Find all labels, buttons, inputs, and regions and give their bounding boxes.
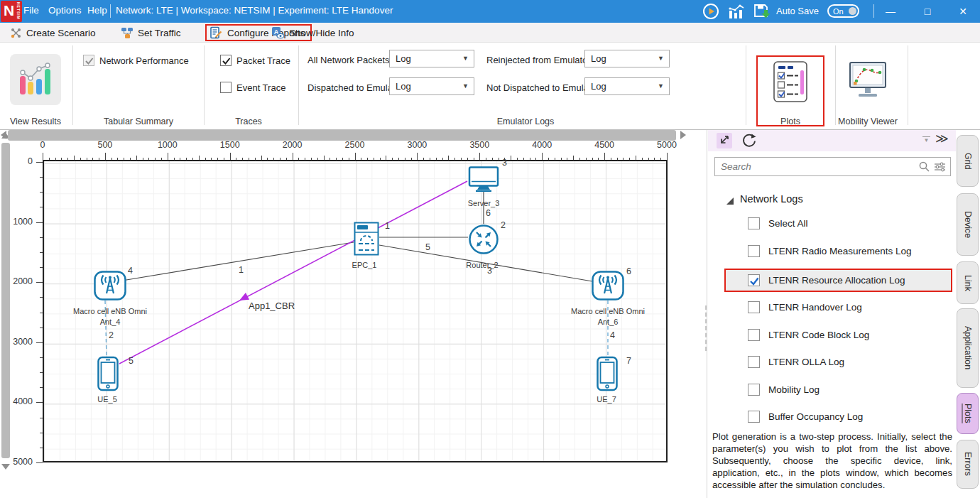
tab-label: Application — [963, 326, 973, 369]
scroll-left-arrow[interactable] — [1, 131, 6, 139]
search-input[interactable] — [721, 160, 905, 173]
checkbox-ltenr-resource-allocation-log[interactable] — [748, 274, 760, 286]
packet-trace-checkbox[interactable] — [220, 55, 232, 66]
chevron-down-icon: ▼ — [658, 82, 664, 90]
node-number: 7 — [626, 356, 631, 366]
topology-canvas[interactable]: 0500100015002000250030003500400045005000… — [0, 130, 707, 498]
device-macro-cell-enb-omni-ant-4[interactable] — [94, 271, 126, 301]
event-trace-checkbox[interactable] — [220, 82, 232, 93]
tab-errors[interactable]: Errors — [957, 440, 979, 489]
menu-file[interactable]: File — [23, 5, 39, 16]
right-tab-strip: GridDeviceLinkApplicationPlotsErrors — [956, 130, 980, 498]
collapse-panel-icon[interactable] — [717, 133, 732, 148]
device-ue-7[interactable] — [596, 356, 619, 391]
checkbox-mobility-log[interactable] — [748, 384, 760, 396]
plots-button[interactable] — [772, 60, 809, 106]
tab-device[interactable]: Device — [957, 193, 979, 256]
tab-label: Device — [963, 211, 973, 238]
tab-link[interactable]: Link — [957, 261, 979, 304]
create-scenario-icon — [10, 27, 22, 39]
checkbox-ltenr-code-block-log[interactable] — [748, 329, 760, 341]
emulator-field-label: Not Dispatched to Emulator — [486, 82, 599, 93]
link-number: 2 — [109, 330, 114, 340]
save-icon[interactable] — [753, 3, 772, 23]
group-label-tabular-summary: Tabular Summary — [85, 117, 192, 126]
view-results-button[interactable] — [10, 54, 61, 105]
device-ue-5[interactable] — [97, 356, 119, 391]
netsim-window: N NETSIM FileOptionsHelp Network: LTE | … — [0, 0, 980, 498]
group-label-emulator-logs: Emulator Logs — [454, 117, 597, 126]
device-router-2[interactable] — [468, 224, 499, 255]
chevron-down-icon: ▼ — [462, 82, 469, 90]
device-label: Macro cell eNB Omni — [571, 307, 645, 315]
label-ltenr-radio-measurements-log: LTENR Radio Measurements Log — [768, 246, 912, 256]
device-server-3[interactable] — [468, 166, 499, 193]
menu-help[interactable]: Help — [87, 5, 107, 16]
search-box — [714, 157, 951, 176]
ribbon-separator — [298, 45, 299, 125]
scroll-right-arrow[interactable] — [680, 131, 686, 139]
device-label: Ant_4 — [100, 318, 121, 326]
checkbox-ltenr-olla-log[interactable] — [748, 356, 760, 368]
checkbox-ltenr-handover-log[interactable] — [748, 301, 760, 313]
filter-icon[interactable] — [934, 161, 946, 175]
ribbon-separator — [746, 45, 746, 125]
device-macro-cell-enb-omni-ant-6[interactable] — [592, 271, 624, 301]
tab-label: Errors — [963, 452, 973, 476]
network-performance-checkbox[interactable] — [83, 55, 94, 66]
event-trace-label: Event Trace — [236, 82, 285, 93]
panel-dropdown-icon[interactable]: ▼ — [922, 136, 930, 145]
ribbon-separator — [72, 45, 73, 125]
device-label: UE_5 — [97, 395, 117, 404]
link-number: 6 — [486, 208, 491, 218]
device-epc-1[interactable] — [354, 222, 379, 256]
not-dispatched-to-emulator-dropdown[interactable]: Log▼ — [584, 77, 670, 95]
ribbon-separator — [835, 45, 836, 125]
canvas-vertical-scrollbar[interactable] — [0, 130, 11, 478]
device-label: Router_2 — [466, 261, 498, 269]
minimize-button[interactable]: — — [880, 3, 901, 20]
link-number: 3 — [487, 266, 492, 276]
flow-arrowhead — [237, 293, 249, 304]
checkbox-select-all[interactable] — [748, 217, 760, 229]
mobility-viewer-button[interactable] — [846, 61, 890, 102]
expand-panel-icon[interactable]: ≫ — [935, 131, 949, 146]
label-ltenr-code-block-log: LTENR Code Block Log — [768, 330, 869, 340]
checkbox-ltenr-radio-measurements-log[interactable] — [748, 245, 760, 257]
link-epc1-enb4[interactable] — [122, 242, 354, 281]
tree-expander-icon[interactable] — [726, 197, 734, 205]
node-number: 2 — [501, 220, 506, 230]
refresh-icon[interactable] — [741, 132, 758, 149]
scroll-down-arrow[interactable] — [1, 464, 10, 470]
tab-grid[interactable]: Grid — [957, 135, 979, 187]
tab-plots[interactable]: Plots — [957, 393, 979, 434]
network-performance-label: Network Performance — [99, 55, 189, 66]
device-label: Macro cell eNB Omni — [73, 307, 147, 315]
titlebar-divider — [873, 4, 874, 18]
create-scenario-button[interactable]: Create Scenario — [10, 24, 96, 41]
menu-options[interactable]: Options — [48, 5, 82, 16]
show-hide-info-button[interactable]: AShow/Hide Info — [271, 24, 354, 41]
run-simulation-icon[interactable] — [702, 3, 719, 23]
set-traffic-button[interactable]: Set Traffic — [121, 24, 181, 41]
all-network-packets-dropdown[interactable]: Log▼ — [389, 50, 474, 67]
scroll-thumb-horizontal[interactable] — [8, 130, 676, 141]
results-chart-icon[interactable] — [728, 3, 745, 22]
panel-splitter[interactable] — [705, 305, 707, 351]
node-number: 5 — [129, 356, 134, 366]
dispatched-to-emulator-dropdown[interactable]: Log▼ — [389, 77, 474, 95]
auto-save-toggle[interactable]: On — [827, 4, 859, 18]
group-label-view-results: View Results — [3, 117, 68, 126]
network-logs-header[interactable]: Network Logs — [740, 193, 803, 205]
search-icon[interactable] — [918, 161, 930, 175]
close-button[interactable]: ✕ — [952, 3, 974, 20]
tab-application[interactable]: Application — [957, 308, 979, 388]
show-hide-info-icon: A — [271, 26, 285, 39]
scroll-thumb-vertical[interactable] — [1, 143, 10, 458]
group-label-traces: Traces — [206, 117, 291, 126]
maximize-button[interactable]: □ — [917, 3, 938, 20]
reinjected-from-emulator-dropdown[interactable]: Log▼ — [584, 50, 670, 67]
checkbox-buffer-occupancy-log[interactable] — [748, 411, 760, 423]
group-label-plots: Plots — [756, 117, 824, 126]
ribbon: View Results Network Performance Tabular… — [0, 43, 980, 130]
